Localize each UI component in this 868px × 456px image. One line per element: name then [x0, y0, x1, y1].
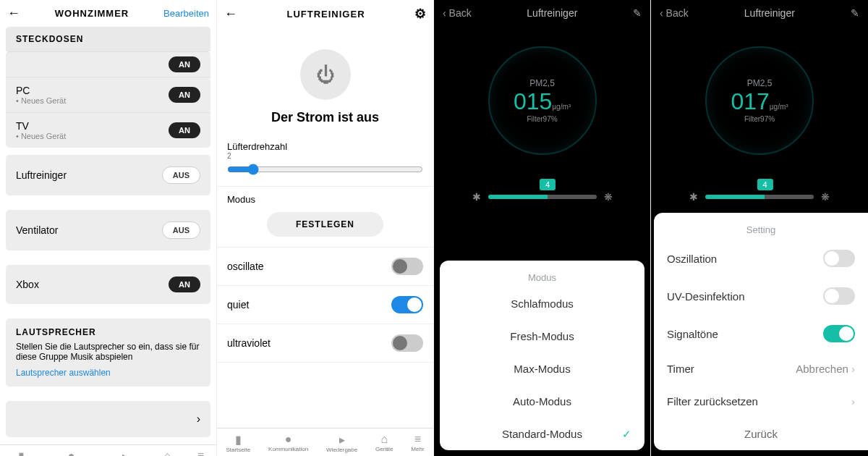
luft-toggle[interactable]: AUS [162, 166, 200, 184]
fan-low-icon: ✱ [689, 191, 698, 203]
timer-row[interactable]: TimerAbbrechen › [654, 352, 868, 385]
tab-more[interactable]: ≡Mehr [194, 449, 207, 456]
tab-bar: ▮Startseite ●Kommunikation ▸Wiedergabe ⌂… [0, 444, 216, 456]
tv-toggle[interactable]: AN [169, 122, 200, 138]
uv-label: UV-Desinfektion [667, 290, 745, 303]
filter-text: Filter97% [527, 115, 557, 123]
device-name-luft: Luftreiniger [16, 169, 67, 181]
uv-toggle[interactable] [391, 334, 423, 352]
mode-set-button[interactable]: FESTLEGEN [267, 212, 383, 237]
settings-sheet: Setting Oszillation UV-Desinfektion Sign… [654, 213, 868, 450]
mode-option[interactable]: Schlafmodus [440, 287, 644, 320]
pm-gauge: PM2,5 017µg/m³ Filter97% [705, 46, 814, 155]
fan-speed-label: Lüfterdrehzahl [227, 141, 423, 152]
edit-icon[interactable]: ✎ [633, 7, 642, 19]
new-device-badge: • Neues Gerät [16, 132, 66, 140]
sheet-back-button[interactable]: Zurück [654, 418, 868, 450]
mode-label: Modus [227, 194, 423, 205]
speaker-card: LAUTSPRECHER Stellen Sie die Lautspreche… [6, 318, 210, 387]
device-name-tv: TV [16, 120, 66, 132]
back-button[interactable]: ‹ Back [660, 7, 689, 19]
beep-switch[interactable] [823, 325, 855, 342]
xbox-toggle[interactable]: AN [169, 276, 200, 292]
chevron-right-icon: › [851, 363, 855, 375]
tab-comm[interactable]: ●Kommunikation [268, 433, 308, 453]
power-state-text: Der Strom ist aus [217, 110, 433, 125]
pc-toggle[interactable]: AN [169, 87, 200, 103]
tab-play[interactable]: ▸Wiedergabe [109, 449, 140, 456]
pm-gauge: PM2,5 015µg/m³ Filter97% [488, 46, 597, 155]
mode-option-selected[interactable]: Standard-Modus✓ [440, 418, 644, 450]
fan-high-icon: ❋ [821, 191, 830, 203]
more-icon: ≡ [411, 433, 424, 446]
more-icon: ≡ [194, 449, 207, 456]
beep-label: Signaltöne [667, 328, 718, 340]
tab-comm[interactable]: ●Kommunikation [51, 449, 91, 456]
devices-icon: ⌂ [158, 449, 176, 456]
filter-text: Filter97% [744, 115, 775, 123]
fan-slider[interactable]: 4 [488, 195, 597, 199]
uv-switch[interactable] [823, 287, 855, 305]
quiet-label: quiet [227, 299, 249, 311]
tab-home[interactable]: ▮Startseite [226, 433, 250, 453]
pm-value: 017 [731, 88, 769, 114]
vent-toggle[interactable]: AUS [162, 221, 200, 239]
device-name-xbox: Xbox [16, 279, 39, 290]
mode-option[interactable]: Auto-Modus [440, 385, 644, 418]
device-name-vent: Ventilator [16, 224, 58, 236]
sockets-heading: STECKDOSEN [6, 27, 210, 51]
back-icon[interactable]: ← [224, 7, 237, 22]
tab-play[interactable]: ▸Wiedergabe [326, 433, 357, 453]
oscillate-label: oscillate [227, 261, 264, 272]
power-button[interactable]: ⏻ [300, 49, 351, 100]
tab-home[interactable]: ▮Startseite [9, 449, 33, 456]
pm-label: PM2,5 [747, 78, 773, 88]
edit-link[interactable]: Bearbeiten [163, 8, 209, 19]
fan-speed-slider[interactable] [227, 163, 423, 176]
tab-devices[interactable]: ⌂Geräte [375, 433, 393, 453]
gear-icon[interactable]: ⚙ [414, 6, 426, 22]
fan-slider-row: ✱ 4 ❋ [434, 191, 650, 203]
uv-label: ultraviolet [227, 337, 271, 349]
fan-level-badge: 4 [540, 179, 556, 190]
mode-option[interactable]: Max-Modus [440, 352, 644, 385]
app-title: Luftreiniger [744, 7, 795, 19]
sheet-title: Setting [654, 220, 868, 240]
fan-level-badge: 4 [757, 179, 773, 190]
speaker-text: Stellen Sie die Lautsprecher so ein, das… [16, 342, 200, 362]
fan-slider[interactable]: 4 [705, 195, 814, 199]
quiet-toggle[interactable] [391, 296, 423, 313]
oscillate-toggle[interactable] [391, 258, 423, 275]
filter-reset-row[interactable]: Filter zurücksetzen› [654, 385, 868, 418]
device-title: LUFTREINIGER [237, 9, 414, 20]
tab-devices[interactable]: ⌂Geräte [158, 449, 176, 456]
sheet-title: Modus [440, 268, 644, 287]
chat-icon: ● [51, 449, 91, 456]
fan-high-icon: ❋ [604, 191, 613, 203]
chat-icon: ● [268, 433, 308, 446]
devices-icon: ⌂ [375, 433, 393, 446]
speaker-select-link[interactable]: Lautsprecher auswählen [16, 368, 200, 378]
osc-switch[interactable] [823, 250, 855, 267]
fan-slider-row: ✱ 4 ❋ [651, 191, 868, 203]
home-icon: ▮ [9, 449, 33, 456]
back-button[interactable]: ‹ Back [443, 7, 472, 19]
pm-label: PM2,5 [529, 78, 555, 88]
mode-sheet: Modus Schlafmodus Fresh-Modus Max-Modus … [440, 261, 644, 450]
edit-icon[interactable]: ✎ [851, 7, 859, 19]
room-panel: ← WOHNZIMMER Bearbeiten STECKDOSEN AN PC… [0, 0, 217, 456]
chevron-right-icon[interactable]: › [197, 413, 200, 426]
fan-speed-value: 2 [227, 152, 423, 160]
speaker-heading: LAUTSPRECHER [16, 327, 200, 337]
mode-option[interactable]: Fresh-Modus [440, 320, 644, 352]
back-icon[interactable]: ← [7, 6, 20, 21]
socket-state-pill[interactable]: AN [169, 56, 200, 72]
check-icon: ✓ [622, 428, 631, 441]
app-title: Luftreiniger [527, 7, 577, 19]
tab-bar: ▮Startseite ●Kommunikation ▸Wiedergabe ⌂… [217, 428, 433, 456]
chevron-right-icon: › [851, 395, 855, 408]
tab-more[interactable]: ≡Mehr [411, 433, 424, 453]
play-icon: ▸ [109, 449, 140, 456]
room-title: WOHNZIMMER [20, 8, 163, 19]
native-app-panel-a: ‹ Back Luftreiniger ✎ PM2,5 015µg/m³ Fil… [434, 0, 651, 456]
